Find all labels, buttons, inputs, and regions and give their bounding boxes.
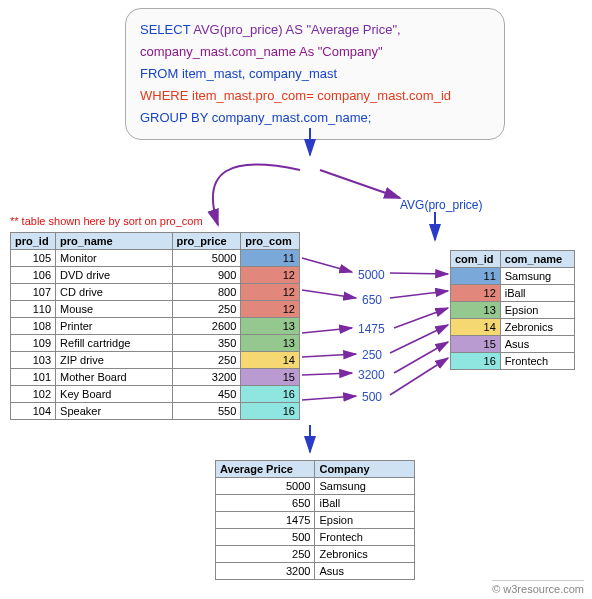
svg-line-5 (302, 328, 352, 333)
svg-line-1 (320, 170, 400, 198)
table-row: 15Asus (451, 336, 575, 353)
sort-note: ** table shown here by sort on pro_com (10, 215, 203, 227)
table-row: 250Zebronics (216, 546, 415, 563)
col-pro-id: pro_id (11, 233, 56, 250)
table-row: 104Speaker55016 (11, 403, 300, 420)
sql-query-box: SELECT AVG(pro_price) AS "Average Price"… (125, 8, 505, 140)
col-com-name: com_name (500, 251, 574, 268)
table-row: 12iBall (451, 285, 575, 302)
attribution: © w3resource.com (492, 580, 584, 595)
avg-value-6: 500 (362, 390, 382, 404)
svg-line-6 (302, 354, 356, 357)
col-pro-name: pro_name (56, 233, 172, 250)
sql-line-1: SELECT AVG(pro_price) AS "Average Price"… (140, 19, 490, 41)
avg-value-4: 250 (362, 348, 382, 362)
table-row: 106DVD drive90012 (11, 267, 300, 284)
sql-select-kw: SELECT (140, 22, 193, 37)
sql-line-5: GROUP BY company_mast.com_name; (140, 107, 490, 129)
col-pro-com: pro_com (241, 233, 300, 250)
table-row: 105Monitor500011 (11, 250, 300, 267)
svg-line-10 (390, 291, 448, 298)
col-pro-price: pro_price (172, 233, 241, 250)
col-company: Company (315, 461, 415, 478)
svg-line-8 (302, 396, 356, 400)
table-row: 11Samsung (451, 268, 575, 285)
table-row: 1475Epsion (216, 512, 415, 529)
company-mast-table: com_id com_name 11Samsung12iBall13Epsion… (450, 250, 575, 370)
item-mast-table: pro_id pro_name pro_price pro_com 105Mon… (10, 232, 300, 420)
table-row: 650iBall (216, 495, 415, 512)
col-avg-price: Average Price (216, 461, 315, 478)
table-row: 16Frontech (451, 353, 575, 370)
svg-line-13 (394, 342, 448, 373)
svg-line-4 (302, 290, 356, 298)
table-row: 5000Samsung (216, 478, 415, 495)
table-row: 101Mother Board320015 (11, 369, 300, 386)
col-com-id: com_id (451, 251, 501, 268)
svg-line-7 (302, 373, 352, 375)
svg-line-12 (390, 325, 448, 353)
sql-line-4: WHERE item_mast.pro_com= company_mast.co… (140, 85, 490, 107)
sql-line-2: company_mast.com_name As "Company" (140, 41, 490, 63)
table-row: 107CD drive80012 (11, 284, 300, 301)
table-row: 108Printer260013 (11, 318, 300, 335)
avg-label: AVG(pro_price) (400, 198, 482, 212)
avg-value-5: 3200 (358, 368, 385, 382)
sql-line-3: FROM item_mast, company_mast (140, 63, 490, 85)
table-row: 102Key Board45016 (11, 386, 300, 403)
result-table: Average Price Company 5000Samsung650iBal… (215, 460, 415, 580)
svg-line-14 (390, 358, 448, 395)
table-row: 3200Asus (216, 563, 415, 580)
table-row: 103ZIP drive25014 (11, 352, 300, 369)
sql-avg-fn: AVG(pro_price) AS "Average Price", (193, 22, 400, 37)
table-row: 110Mouse25012 (11, 301, 300, 318)
svg-line-11 (394, 308, 448, 328)
table-row: 14Zebronics (451, 319, 575, 336)
table-row: 13Epsion (451, 302, 575, 319)
svg-line-9 (390, 273, 448, 274)
table-row: 109Refill cartridge35013 (11, 335, 300, 352)
avg-value-1: 5000 (358, 268, 385, 282)
svg-line-3 (302, 258, 352, 272)
table-row: 500Frontech (216, 529, 415, 546)
avg-value-3: 1475 (358, 322, 385, 336)
avg-value-2: 650 (362, 293, 382, 307)
